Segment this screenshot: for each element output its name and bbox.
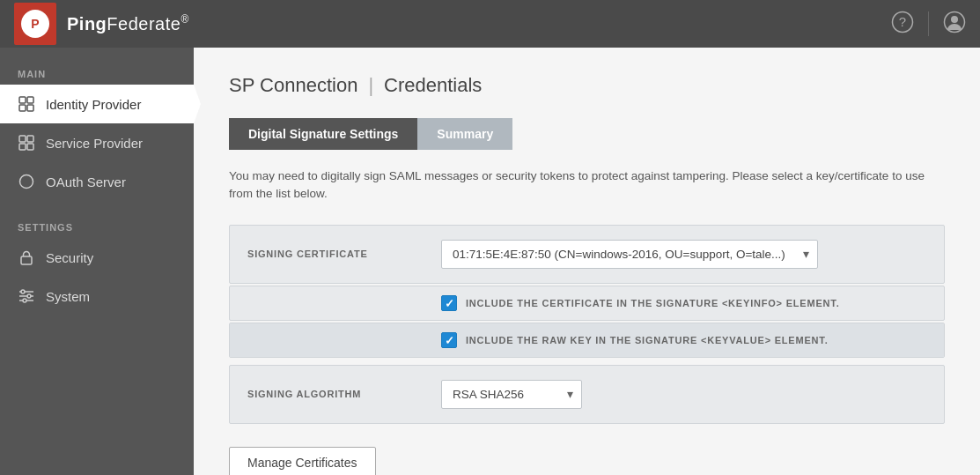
checkbox2-section: INCLUDE THE RAW KEY IN THE SIGNATURE <KE… <box>229 323 945 358</box>
sidebar-item-identity-provider[interactable]: Identity Provider <box>0 85 194 123</box>
user-icon[interactable] <box>943 11 966 37</box>
signing-certificate-label: SIGNING CERTIFICATE <box>247 249 424 259</box>
topbar: P PingFederate® ? <box>0 0 980 48</box>
signing-algorithm-select[interactable]: RSA SHA256 RSA SHA1 ECDSA SHA256 <box>441 380 582 409</box>
signing-algorithm-row: SIGNING ALGORITHM RSA SHA256 RSA SHA1 EC… <box>230 366 944 423</box>
page-header: SP Connection | Credentials <box>229 74 945 97</box>
checkbox1-section: INCLUDE THE CERTIFICATE IN THE SIGNATURE… <box>229 286 945 321</box>
svg-rect-6 <box>27 97 33 103</box>
manage-certificates-button[interactable]: Manage Certificates <box>229 447 376 476</box>
svg-point-17 <box>21 290 25 293</box>
grid-icon <box>18 134 35 152</box>
svg-rect-13 <box>21 256 32 264</box>
svg-rect-11 <box>27 144 33 150</box>
signing-algorithm-label: SIGNING ALGORITHM <box>247 389 424 399</box>
page-title-divider: | <box>368 74 373 97</box>
checkbox1-row: INCLUDE THE CERTIFICATE IN THE SIGNATURE… <box>230 286 944 320</box>
include-raw-key-checkbox[interactable] <box>441 332 457 348</box>
include-cert-label: INCLUDE THE CERTIFICATE IN THE SIGNATURE… <box>466 298 839 308</box>
app-name-federate: Federate <box>107 14 181 33</box>
svg-rect-7 <box>27 105 33 111</box>
svg-rect-9 <box>19 144 26 150</box>
sidebar-label-security: Security <box>46 250 93 265</box>
svg-point-12 <box>20 175 33 189</box>
svg-rect-4 <box>19 97 26 103</box>
ping-logo: P <box>14 3 56 45</box>
sidebar: MAIN Identity Provider <box>0 48 194 475</box>
signing-algorithm-section: SIGNING ALGORITHM RSA SHA256 RSA SHA1 EC… <box>229 365 945 424</box>
svg-rect-10 <box>27 136 33 142</box>
page-description: You may need to digitally sign SAML mess… <box>229 167 945 204</box>
sidebar-label-identity-provider: Identity Provider <box>46 97 141 112</box>
tabs-container: Digital Signature Settings Summary <box>229 118 945 150</box>
app-name-ping: Ping <box>67 14 107 33</box>
signing-certificate-select[interactable]: 01:71:5E:4E:87:50 (CN=windows-2016, OU=s… <box>441 240 818 269</box>
svg-point-18 <box>27 294 31 298</box>
sidebar-item-system[interactable]: System <box>0 277 194 315</box>
sidebar-item-oauth-server[interactable]: OAuth Server <box>0 162 194 201</box>
sidebar-settings-label: SETTINGS <box>0 215 194 238</box>
svg-point-3 <box>951 16 958 23</box>
svg-point-19 <box>23 299 26 302</box>
main-content: SP Connection | Credentials Digital Sign… <box>194 48 980 475</box>
topbar-right: ? <box>891 11 966 37</box>
sidebar-item-security[interactable]: Security <box>0 238 194 277</box>
svg-rect-5 <box>19 105 26 111</box>
sidebar-item-service-provider[interactable]: Service Provider <box>0 123 194 162</box>
signing-certificate-select-wrapper: 01:71:5E:4E:87:50 (CN=windows-2016, OU=s… <box>441 240 818 269</box>
sidebar-label-oauth-server: OAuth Server <box>46 174 126 189</box>
topbar-left: P PingFederate® <box>14 3 189 45</box>
svg-rect-8 <box>19 136 26 142</box>
help-icon[interactable]: ? <box>891 11 914 37</box>
tab-digital-signature[interactable]: Digital Signature Settings <box>229 118 417 150</box>
include-cert-checkbox[interactable] <box>441 295 457 311</box>
include-raw-key-label: INCLUDE THE RAW KEY IN THE SIGNATURE <KE… <box>466 335 829 345</box>
signing-certificate-row: SIGNING CERTIFICATE 01:71:5E:4E:87:50 (C… <box>230 226 944 283</box>
sidebar-label-system: System <box>46 289 90 304</box>
person-icon <box>18 95 35 113</box>
sidebar-main-label: MAIN <box>0 62 194 85</box>
signing-algorithm-select-wrapper: RSA SHA256 RSA SHA1 ECDSA SHA256 ▾ <box>441 380 582 409</box>
signing-certificate-section: SIGNING CERTIFICATE 01:71:5E:4E:87:50 (C… <box>229 225 945 284</box>
topbar-divider <box>928 11 929 36</box>
ping-logo-inner: P <box>21 10 49 38</box>
svg-text:?: ? <box>899 14 906 29</box>
app-name-registered: ® <box>181 13 188 26</box>
app-name: PingFederate® <box>67 13 189 34</box>
page-title: SP Connection <box>229 74 357 97</box>
tab-summary[interactable]: Summary <box>417 118 512 150</box>
checkbox2-row: INCLUDE THE RAW KEY IN THE SIGNATURE <KE… <box>230 323 944 357</box>
sliders-icon <box>18 287 35 305</box>
oauth-icon <box>18 173 35 190</box>
lock-icon <box>18 249 35 266</box>
page-subtitle: Credentials <box>384 74 482 97</box>
sidebar-label-service-provider: Service Provider <box>46 136 143 151</box>
layout: MAIN Identity Provider <box>0 48 980 475</box>
